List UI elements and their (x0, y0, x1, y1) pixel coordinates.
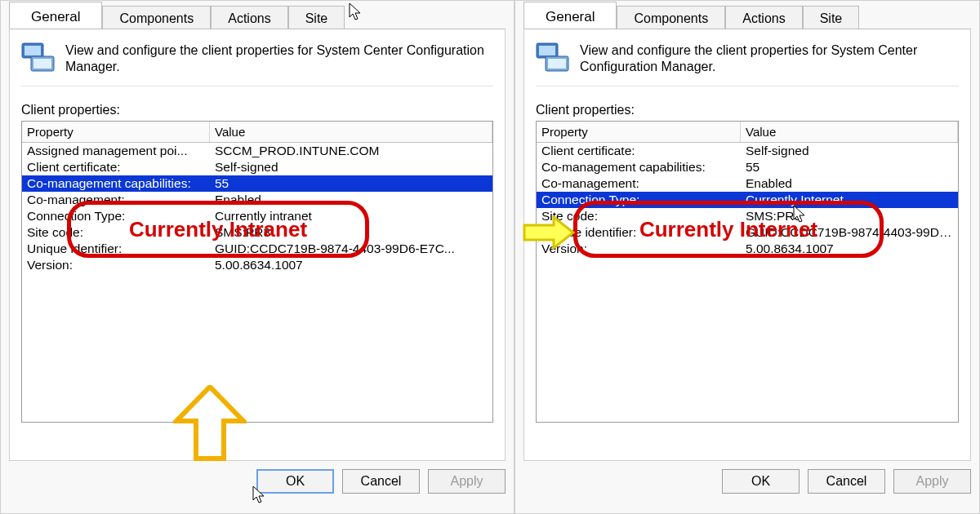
property-cell: Co-management capabilities: (537, 159, 741, 175)
tab-actions[interactable]: Actions (211, 6, 287, 29)
dialog-button-row: OK Cancel Apply (9, 461, 506, 494)
property-cell: Connection Type: (22, 208, 210, 224)
value-cell: Enabled (741, 175, 958, 192)
cancel-button[interactable]: Cancel (808, 469, 885, 494)
table-header: Property Value (22, 122, 492, 143)
dialog-right: General Components Actions Site View and… (514, 0, 980, 514)
client-properties-table[interactable]: Property Value Assigned management poi..… (21, 121, 493, 423)
intro-text: View and configure the client properties… (580, 42, 959, 75)
svg-rect-5 (539, 46, 555, 55)
property-cell: Version: (22, 257, 210, 273)
arrow-right-icon (536, 215, 577, 250)
table-row[interactable]: Unique identifier: GUID:CCDC719B-9874-44… (537, 224, 958, 241)
table-row[interactable]: Site code: SMS:PR3 (22, 224, 492, 241)
value-cell: GUID:CCDC719B-9874-4403-99D6-E7C... (741, 224, 958, 241)
table-row[interactable]: Client certificate: Self-signed (22, 159, 492, 175)
table-row[interactable]: Unique identifier: GUID:CCDC719B-9874-44… (22, 241, 492, 257)
tab-body: View and configure the client properties… (523, 29, 971, 461)
svg-rect-3 (33, 59, 51, 69)
tab-components[interactable]: Components (617, 6, 725, 29)
col-header-value[interactable]: Value (741, 122, 958, 142)
property-cell: Connection Type: (537, 192, 741, 208)
value-cell: SMS:PR3 (210, 224, 492, 241)
tab-bar: General Components Actions Site (9, 1, 506, 29)
property-cell: Co-management capabilities: (22, 175, 210, 192)
table-row[interactable]: Co-management: Enabled (537, 175, 958, 192)
apply-button: Apply (428, 469, 506, 494)
intro-text: View and configure the client properties… (65, 42, 493, 75)
property-cell: Co-management: (537, 175, 741, 192)
property-cell: Client certificate: (537, 143, 741, 159)
tab-body: View and configure the client properties… (9, 29, 506, 461)
table-row[interactable]: Version: 5.00.8634.1007 (22, 257, 492, 273)
table-row[interactable]: Version: 5.00.8634.1007 (537, 241, 958, 257)
property-cell: Client certificate: (22, 159, 210, 175)
value-cell: Self-signed (210, 159, 492, 175)
table-row[interactable]: Site code: SMS:PR3 (537, 208, 958, 224)
value-cell: Currently Internet (741, 192, 958, 208)
tab-components[interactable]: Components (102, 6, 211, 29)
table-row-selected[interactable]: Connection Type: Currently Internet (537, 192, 958, 208)
computer-icon (21, 42, 56, 76)
client-properties-table[interactable]: Property Value Client certificate: Self-… (536, 121, 959, 423)
arrow-up-icon (173, 385, 247, 423)
property-cell: Site code: (22, 224, 210, 241)
value-cell: Enabled (210, 192, 492, 208)
col-header-property[interactable]: Property (537, 122, 741, 142)
value-cell: SCCM_PROD.INTUNE.COM (210, 143, 492, 159)
value-cell: 5.00.8634.1007 (741, 241, 958, 257)
dialog-left: General Components Actions Site View and… (0, 0, 514, 514)
svg-rect-1 (24, 46, 41, 55)
col-header-property[interactable]: Property (22, 122, 210, 142)
svg-rect-7 (548, 59, 566, 69)
table-header: Property Value (537, 122, 958, 143)
tab-general[interactable]: General (523, 2, 617, 29)
value-cell: 5.00.8634.1007 (210, 257, 492, 273)
tab-general[interactable]: General (9, 2, 102, 29)
tab-site[interactable]: Site (288, 6, 345, 29)
client-properties-label: Client properties: (21, 103, 493, 117)
value-cell: Self-signed (741, 143, 958, 159)
value-cell: SMS:PR3 (741, 208, 958, 224)
value-cell: Currently intranet (210, 208, 492, 224)
property-cell: Unique identifier: (22, 241, 210, 257)
value-cell: GUID:CCDC719B-9874-4403-99D6-E7C... (210, 241, 492, 257)
table-row[interactable]: Connection Type: Currently intranet (22, 208, 492, 224)
value-cell: 55 (210, 175, 492, 192)
table-row[interactable]: Co-management: Enabled (22, 192, 492, 208)
client-properties-label: Client properties: (536, 103, 959, 117)
ok-button[interactable]: OK (256, 469, 334, 494)
property-cell: Co-management: (22, 192, 210, 208)
computer-icon (536, 42, 570, 76)
table-row[interactable]: Assigned management poi... SCCM_PROD.INT… (22, 143, 492, 159)
dialog-button-row: OK Cancel Apply (523, 461, 971, 494)
ok-button[interactable]: OK (722, 469, 800, 494)
cancel-button[interactable]: Cancel (342, 469, 420, 494)
property-cell: Assigned management poi... (22, 143, 210, 159)
tab-actions[interactable]: Actions (725, 6, 802, 29)
col-header-value[interactable]: Value (210, 122, 492, 142)
value-cell: 55 (741, 159, 958, 175)
table-row[interactable]: Client certificate: Self-signed (537, 143, 958, 159)
table-row-selected[interactable]: Co-management capabilities: 55 (22, 175, 492, 192)
tab-bar: General Components Actions Site (523, 1, 971, 29)
table-row[interactable]: Co-management capabilities: 55 (537, 159, 958, 175)
apply-button: Apply (893, 469, 971, 494)
tab-site[interactable]: Site (803, 6, 860, 29)
